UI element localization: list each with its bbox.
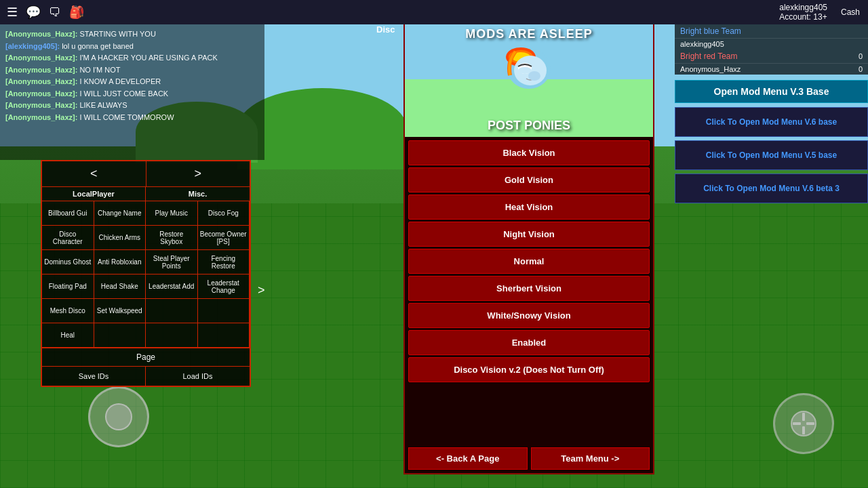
- grid-cell-fencing-restore[interactable]: Fencing Restore: [198, 250, 250, 274]
- grid-cell-mesh-disco[interactable]: Mesh Disco: [42, 299, 94, 323]
- svg-rect-12: [806, 422, 814, 425]
- grid-cell-head-shake[interactable]: Head Shake: [94, 274, 146, 299]
- grid-cell-disco-character[interactable]: Disco Character: [42, 226, 94, 250]
- btn-heat-vision[interactable]: Heat Vision: [408, 195, 650, 220]
- left-menu-headers: LocalPlayer Misc.: [42, 187, 250, 201]
- chat-name-8: [Anonymous_Haxz]:: [5, 113, 77, 121]
- grid-cell-leaderstat-change[interactable]: Leaderstat Change: [198, 274, 250, 299]
- joystick-right[interactable]: [773, 393, 834, 454]
- btn-disco-vision[interactable]: Disco Vision v.2 (Does Not Turn Off): [408, 357, 650, 382]
- mod-v6-beta3-button[interactable]: Click To Open Mod Menu V.6 beta 3: [675, 174, 868, 203]
- grid-cell-disco-fog[interactable]: Disco Fog: [198, 201, 250, 226]
- disco-text: Disc: [376, 24, 395, 35]
- scoreboard: Bright blue Team alexkingg405 Bright red…: [675, 24, 868, 75]
- chat-msg-4: [Anonymous_Haxz]: NO I'M NOT: [5, 64, 259, 76]
- top-bar-left: ☰ 💬 🗨 🎒: [0, 5, 771, 20]
- chat-text-1: STARTING WITH YOU: [79, 30, 155, 38]
- grid-cell-billboard-gui[interactable]: Billboard Gui: [42, 201, 94, 226]
- left-menu-grid: Billboard Gui Change Name Play Music Dis…: [42, 201, 250, 348]
- btn-black-vision[interactable]: Black Vision: [408, 140, 650, 165]
- grid-cell-chicken-arms[interactable]: Chicken Arms: [94, 226, 146, 250]
- pony-title-top: MODS ARE ASLEEP: [465, 27, 593, 41]
- right-panel: Bright blue Team alexkingg405 Bright red…: [675, 24, 868, 336]
- red-player-row: Anonymous_Haxz 0: [675, 63, 868, 75]
- save-ids-button[interactable]: Save IDs: [42, 367, 146, 386]
- page-label: Page: [136, 352, 155, 362]
- account-info: Account: 13+: [779, 12, 827, 22]
- chat2-icon[interactable]: 🗨: [49, 5, 61, 20]
- load-ids-button[interactable]: Load IDs: [146, 367, 250, 386]
- btn-enabled[interactable]: Enabled: [408, 330, 650, 355]
- open-mod-menu-label: Open Mod Menu V.3 Base: [675, 80, 868, 103]
- svg-point-6: [518, 67, 532, 74]
- mod-menu-header: MODS ARE ASLEEP: [405, 22, 653, 137]
- chat-msg-7: [Anonymous_Haxz]: LIKE ALWAYS: [5, 100, 259, 111]
- nav-right-button[interactable]: >: [146, 161, 250, 186]
- grid-cell-dominus-ghost[interactable]: Dominus Ghost: [42, 250, 94, 274]
- grid-cell-anti-robloxian[interactable]: Anti Robloxian: [94, 250, 146, 274]
- chat-text-6: I WILL JUST COME BACK: [79, 89, 168, 98]
- red-team-score: 0: [859, 52, 863, 60]
- btn-normal[interactable]: Normal: [408, 249, 650, 274]
- scroll-right-arrow[interactable]: >: [258, 283, 265, 298]
- chat-name-5: [Anonymous_Haxz]:: [5, 77, 77, 85]
- mod-v6-base-button[interactable]: Click To Open Mod Menu V.6 base: [675, 107, 868, 137]
- chat-name-4: [Anonymous_Haxz]:: [5, 66, 77, 74]
- red-team-label: Bright red Team: [680, 52, 859, 61]
- grid-cell-leaderstat-add[interactable]: Leaderstat Add: [146, 274, 198, 299]
- btn-white-snowy-vision[interactable]: White/Snowy Vision: [408, 303, 650, 328]
- chat-panel: [Anonymous_Haxz]: STARTING WITH YOU [ale…: [0, 24, 264, 160]
- grid-cell-become-owner[interactable]: Become Owner [PS]: [198, 226, 250, 250]
- grid-cell-heal[interactable]: Heal: [42, 323, 94, 348]
- red-player-name: Anonymous_Haxz: [680, 65, 859, 73]
- grid-cell-play-music[interactable]: Play Music: [146, 201, 198, 226]
- svg-rect-11: [793, 422, 801, 425]
- top-bar: ☰ 💬 🗨 🎒 alexkingg405 Account: 13+ Cash: [0, 0, 868, 24]
- cash-label: Cash: [841, 7, 860, 17]
- chat-text-5: I KNOW A DEVELOPER: [79, 77, 161, 85]
- btn-night-vision[interactable]: Night Vision: [408, 222, 650, 247]
- mod-v5-base-button[interactable]: Click To Open Mod Menu V.5 base: [675, 140, 868, 170]
- mod-menu-footer: <- Back A Page Team Menu ->: [405, 444, 653, 473]
- back-page-button[interactable]: <- Back A Page: [408, 447, 528, 470]
- team-menu-button[interactable]: Team Menu ->: [531, 447, 650, 470]
- svg-rect-10: [802, 426, 805, 434]
- joystick-left[interactable]: [88, 386, 149, 447]
- chat-text-4: NO I'M NOT: [79, 66, 120, 74]
- chat-name-1: [Anonymous_Haxz]:: [5, 30, 77, 38]
- chat-name-2: [alexkingg405]:: [5, 42, 60, 50]
- chat-text-2: lol u gonna get baned: [62, 42, 134, 50]
- anon-score: 0: [859, 65, 863, 73]
- btn-sherbert-vision[interactable]: Sherbert Vision: [408, 276, 650, 301]
- grid-cell-floating-pad[interactable]: Floating Pad: [42, 274, 94, 299]
- grid-cell-empty-2: [198, 299, 250, 323]
- inventory-icon[interactable]: 🎒: [69, 5, 84, 20]
- btn-gold-vision[interactable]: Gold Vision: [408, 167, 650, 192]
- chat-text-7: LIKE ALWAYS: [79, 101, 127, 109]
- chat-name-6: [Anonymous_Haxz]:: [5, 89, 77, 98]
- header-misc: Misc.: [146, 187, 250, 201]
- chat-name-3: [Anonymous_Haxz]:: [5, 54, 77, 62]
- pony-title-bottom: POST PONIES: [405, 119, 653, 133]
- chat-msg-1: [Anonymous_Haxz]: STARTING WITH YOU: [5, 28, 259, 40]
- grid-cell-set-walkspeed[interactable]: Set Walkspeed: [94, 299, 146, 323]
- chat-text-3: I'M A HACKER YOU ARE USING A PACK: [79, 54, 217, 62]
- grid-cell-restore-skybox[interactable]: Restore Skybox: [146, 226, 198, 250]
- hamburger-icon[interactable]: ☰: [7, 5, 18, 20]
- joystick-icon: [790, 410, 817, 437]
- center-mod-menu: MODS ARE ASLEEP: [403, 20, 654, 474]
- blue-player-name: alexkingg405: [680, 40, 863, 48]
- grid-cell-empty-5: [198, 323, 250, 348]
- nav-left-button[interactable]: <: [42, 161, 146, 186]
- blue-player-row: alexkingg405: [675, 38, 868, 49]
- chat-text-8: I WILL COME TOMMOROW: [79, 113, 174, 121]
- grid-cell-change-name[interactable]: Change Name: [94, 201, 146, 226]
- chat-icon[interactable]: 💬: [26, 5, 41, 20]
- pony-banner: MODS ARE ASLEEP: [405, 22, 653, 137]
- svg-point-7: [528, 71, 540, 81]
- chat-msg-5: [Anonymous_Haxz]: I KNOW A DEVELOPER: [5, 76, 259, 87]
- chat-msg-8: [Anonymous_Haxz]: I WILL COME TOMMOROW: [5, 112, 259, 123]
- grid-cell-steal-player[interactable]: Steal Player Points: [146, 250, 198, 274]
- pony-svg: [502, 45, 556, 99]
- chat-name-7: [Anonymous_Haxz]:: [5, 101, 77, 109]
